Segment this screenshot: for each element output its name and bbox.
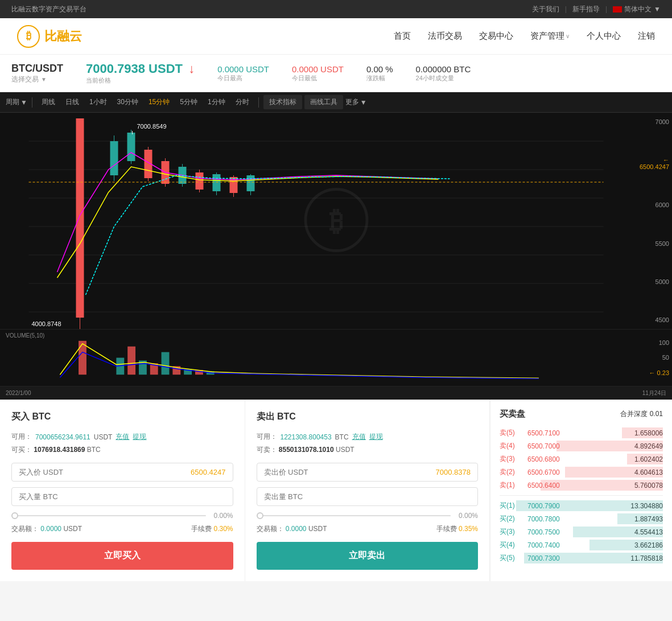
ob-buy-type-2: 买(2)	[500, 514, 525, 524]
svg-rect-20	[196, 172, 204, 190]
draw-tools-btn[interactable]: 画线工具	[304, 95, 343, 109]
sell-tx-amount: 0.0000	[286, 525, 307, 533]
buy-withdraw-link[interactable]: 提现	[133, 432, 146, 442]
buy-qty-field[interactable]	[11, 487, 233, 506]
sell-price-val: 7000.8378	[436, 468, 471, 476]
sell-withdraw-link[interactable]: 提现	[369, 432, 383, 442]
price-level-6500: ← 6500.4247	[635, 157, 669, 170]
nav-logout[interactable]: 注销	[638, 31, 655, 42]
buy-tx-amount: 0.0000	[40, 525, 61, 533]
sell-slider-row: 0.00%	[257, 512, 479, 520]
avail-label: 可用：	[11, 432, 32, 442]
buy-button[interactable]: 立即买入	[11, 542, 233, 570]
price-level-5000: 5000	[635, 278, 669, 285]
more-btn[interactable]: 更多 ▼	[345, 97, 367, 107]
nav-home[interactable]: 首页	[394, 31, 411, 42]
period-selector[interactable]: 周期 ▼	[6, 97, 27, 107]
language-selector[interactable]: 简体中文 ▼	[613, 5, 661, 14]
ob-sell-bar-1	[541, 480, 663, 491]
ob-buy-row-2[interactable]: 买(2) 7000.7800 1.887493	[500, 512, 663, 525]
buy-price-val: 6500.4247	[191, 468, 225, 476]
period-arrow-icon: ▼	[20, 98, 27, 106]
ob-sell-bar-4	[556, 441, 663, 451]
ob-sell-row-5[interactable]: 卖(5) 6500.7100 1.658006	[500, 426, 663, 439]
ob-buy-bar-3	[573, 527, 663, 537]
can-buy-row: 可买： 1076918.431869 BTC	[11, 445, 233, 455]
timeframe-group: 周线 日线 1小时 30分钟 15分钟 5分钟 1分钟 分时	[37, 95, 254, 109]
pair-selector[interactable]: BTC/USDT 选择交易 ▼	[11, 63, 63, 84]
ob-title: 买卖盘	[500, 409, 525, 420]
sell-price-input-row: 7000.8378	[257, 463, 479, 482]
chart-toolbar: 周期 ▼ 周线 日线 1小时 30分钟 15分钟 5分钟 1分钟 分时 技术指标…	[0, 92, 672, 113]
ob-buy-bar-4	[589, 540, 663, 550]
tf-daily[interactable]: 日线	[61, 95, 84, 109]
buy-avail-row: 可用： 7000656234.9611 USDT 充值 提现	[11, 432, 233, 442]
price-level-7000: 7000	[635, 118, 669, 125]
sell-qty-field[interactable]	[257, 487, 479, 506]
tf-1h[interactable]: 1小时	[85, 95, 112, 109]
ob-buy-bar-5	[524, 553, 663, 564]
tf-15m[interactable]: 15分钟	[144, 95, 174, 109]
sell-panel: 卖出 BTC 可用： 1221308.800453 BTC 充值 提现 可卖： …	[245, 400, 490, 581]
sell-slider[interactable]	[257, 515, 451, 516]
buy-slider[interactable]	[11, 515, 206, 516]
ob-buy-bar-2	[617, 513, 663, 524]
buy-price-field[interactable]: 6500.4247	[11, 463, 233, 482]
logo-icon: ₿	[17, 25, 40, 48]
more-arrow-icon: ▼	[360, 98, 367, 106]
sell-charge-link[interactable]: 充值	[352, 432, 366, 442]
ob-buy-row-5[interactable]: 买(5) 7000.7300 11.785818	[500, 552, 663, 565]
price-down-arrow-icon: ↓	[188, 61, 195, 76]
flag-icon	[613, 6, 622, 13]
tf-1m[interactable]: 1分钟	[203, 95, 230, 109]
ob-sell-row-3[interactable]: 卖(3) 6500.6800 1.602402	[500, 453, 663, 466]
guide-link[interactable]: 新手指导	[572, 5, 600, 14]
svg-rect-26	[247, 175, 255, 191]
price-level-5500: 5500	[635, 240, 669, 247]
vol-50: 50	[635, 354, 669, 361]
nav-fiat[interactable]: 法币交易	[428, 31, 462, 42]
nav-account[interactable]: 个人中心	[587, 31, 621, 42]
sell-price-input[interactable]	[264, 468, 388, 476]
svg-rect-10	[110, 141, 118, 175]
change-block: 0.00 % 涨跌幅	[366, 64, 393, 83]
sell-qty-input[interactable]	[264, 492, 388, 501]
tf-5m[interactable]: 5分钟	[175, 95, 202, 109]
site-name: 比融云数字资产交易平台	[11, 5, 86, 14]
about-link[interactable]: 关于我们	[532, 5, 559, 14]
ob-buy-row-3[interactable]: 买(3) 7000.7500 4.554413	[500, 525, 663, 538]
ob-sell-row-1[interactable]: 卖(1) 6500.6400 5.760078	[500, 479, 663, 492]
price-level-4500: 4500	[635, 316, 669, 323]
tf-30m[interactable]: 30分钟	[113, 95, 143, 109]
tech-indicators-btn[interactable]: 技术指标	[263, 95, 302, 109]
logo[interactable]: ₿ 比融云	[17, 25, 82, 48]
tf-weekly[interactable]: 周线	[37, 95, 60, 109]
ob-header: 买卖盘 合并深度 0.01	[500, 409, 663, 420]
ob-buy-type-5: 买(5)	[500, 553, 525, 563]
nav-assets[interactable]: 资产管理 ∨	[530, 31, 570, 42]
current-price-block: 7000.7938 USDT ↓ 当前价格	[86, 61, 195, 85]
ob-buy-row-4[interactable]: 买(4) 7000.7400 3.662186	[500, 538, 663, 552]
buy-charge-link[interactable]: 充值	[116, 432, 129, 442]
ob-buy-row-1[interactable]: 买(1) 7000.7900 13.304880	[500, 499, 663, 512]
main-chart: 7000.8549 4000.8748 ₿ 7000 ← 6500.4247 6…	[0, 113, 672, 329]
sell-slider-pct: 0.00%	[455, 512, 478, 520]
change-label: 涨跌幅	[366, 74, 393, 83]
ob-sell-row-2[interactable]: 卖(2) 6500.6700 4.604613	[500, 466, 663, 479]
sell-qty-input-row	[257, 487, 479, 506]
low-label: 今日最低	[292, 74, 344, 83]
top-bar-right: 关于我们 | 新手指导 | 简体中文 ▼	[532, 5, 661, 14]
ob-sell-row-4[interactable]: 卖(4) 6500.7000 4.892649	[500, 439, 663, 453]
toolbar-divider2	[258, 97, 259, 108]
pair-sub[interactable]: 选择交易 ▼	[11, 75, 63, 84]
buy-fee-rate: 0.30%	[213, 525, 233, 533]
tf-tick[interactable]: 分时	[231, 95, 254, 109]
sell-button[interactable]: 立即卖出	[257, 542, 479, 570]
buy-price-input[interactable]	[19, 468, 143, 476]
ob-sell-type-5: 卖(5)	[500, 428, 525, 438]
sell-price-field[interactable]: 7000.8378	[257, 463, 479, 482]
buy-qty-input[interactable]	[19, 492, 143, 501]
nav-trading[interactable]: 交易中心	[479, 31, 513, 42]
buy-price-input-row: 6500.4247	[11, 463, 233, 482]
lang-chevron-icon: ▼	[654, 5, 661, 13]
